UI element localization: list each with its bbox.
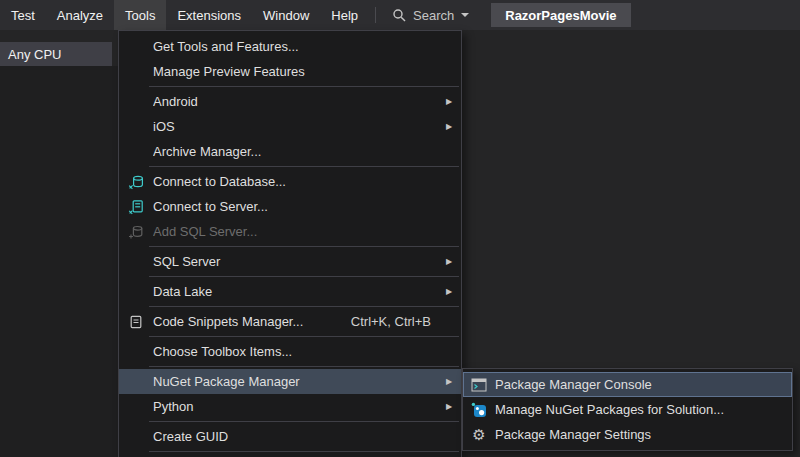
menu-tools[interactable]: Tools [114, 0, 166, 30]
add-sql-server-icon [119, 224, 153, 240]
menu-item-ios[interactable]: iOS ▶ [119, 114, 461, 139]
tools-menu: Get Tools and Features... Manage Preview… [118, 30, 462, 457]
submenu-arrow-icon: ▶ [441, 258, 457, 266]
nuget-icon [463, 402, 495, 418]
menu-item-sql-server[interactable]: SQL Server ▶ [119, 249, 461, 274]
vs-window: Test Analyze Tools Extensions Window Hel… [0, 0, 800, 457]
menu-bar: Test Analyze Tools Extensions Window Hel… [0, 0, 800, 30]
menu-separator [149, 276, 459, 277]
menu-test[interactable]: Test [0, 0, 46, 30]
menu-item-label: Choose Toolbox Items... [153, 344, 441, 359]
menu-extensions[interactable]: Extensions [166, 0, 252, 30]
search-label: Search [413, 8, 454, 23]
submenu-arrow-icon: ▶ [441, 403, 457, 411]
menu-item-label: iOS [153, 119, 441, 134]
menu-window[interactable]: Window [252, 0, 320, 30]
menu-item-label: Code Snippets Manager... [153, 314, 351, 329]
menu-item-label: Manage Preview Features [153, 64, 441, 79]
menu-item-android[interactable]: Android ▶ [119, 89, 461, 114]
menu-separator [149, 366, 459, 367]
chevron-down-icon [461, 13, 469, 17]
menubar-divider [375, 7, 376, 23]
menu-item-nuget-package-manager[interactable]: NuGet Package Manager ▶ [119, 369, 461, 394]
menu-analyze[interactable]: Analyze [46, 0, 114, 30]
menu-item-label: Data Lake [153, 284, 441, 299]
menu-item-connect-to-database[interactable]: Connect to Database... [119, 169, 461, 194]
menu-item-label: Package Manager Settings [495, 427, 772, 442]
menu-item-code-snippets-manager[interactable]: Code Snippets Manager... Ctrl+K, Ctrl+B [119, 309, 461, 334]
menu-item-label: Android [153, 94, 441, 109]
menu-item-choose-toolbox-items[interactable]: Choose Toolbox Items... [119, 339, 461, 364]
menu-item-label: Manage NuGet Packages for Solution... [495, 402, 772, 417]
search-icon [392, 8, 406, 22]
menu-separator [149, 86, 459, 87]
submenu-arrow-icon: ▶ [441, 378, 457, 386]
menu-item-label: SQL Server [153, 254, 441, 269]
menu-item-package-manager-settings[interactable]: ⚙ Package Manager Settings [463, 422, 792, 447]
menu-item-get-tools-and-features[interactable]: Get Tools and Features... [119, 34, 461, 59]
menu-item-archive-manager[interactable]: Archive Manager... [119, 139, 461, 164]
platform-combobox-value: Any CPU [8, 47, 61, 62]
menu-item-manage-preview-features[interactable]: Manage Preview Features [119, 59, 461, 84]
nuget-submenu: Package Manager Console Manage NuGet Pac… [462, 368, 793, 451]
menu-separator [149, 336, 459, 337]
left-panel-background [0, 66, 118, 457]
menu-item-label: Python [153, 399, 441, 414]
menu-help[interactable]: Help [320, 0, 369, 30]
menu-item-data-lake[interactable]: Data Lake ▶ [119, 279, 461, 304]
menu-item-python[interactable]: Python ▶ [119, 394, 461, 419]
menu-item-package-manager-console[interactable]: Package Manager Console [463, 372, 792, 397]
menu-item-connect-to-server[interactable]: Connect to Server... [119, 194, 461, 219]
menu-item-label: Package Manager Console [495, 377, 772, 392]
menu-separator [149, 306, 459, 307]
menu-separator [149, 451, 459, 452]
console-icon [463, 378, 495, 392]
submenu-arrow-icon: ▶ [441, 98, 457, 106]
platform-combobox[interactable]: Any CPU [0, 42, 112, 66]
submenu-arrow-icon: ▶ [441, 288, 457, 296]
menu-separator [149, 166, 459, 167]
menu-item-label: Connect to Database... [153, 174, 441, 189]
menu-item-label: NuGet Package Manager [153, 374, 441, 389]
connect-server-icon [119, 199, 153, 215]
search-box[interactable]: Search [382, 0, 479, 30]
menu-item-add-sql-server: Add SQL Server... [119, 219, 461, 244]
menu-item-label: Create GUID [153, 429, 441, 444]
menu-item-manage-nuget-packages-for-solution[interactable]: Manage NuGet Packages for Solution... [463, 397, 792, 422]
menu-separator [149, 246, 459, 247]
code-snippets-icon [119, 314, 153, 330]
menu-item-label: Add SQL Server... [153, 224, 441, 239]
menu-item-label: Get Tools and Features... [153, 39, 441, 54]
gear-icon: ⚙ [463, 427, 495, 442]
project-badge[interactable]: RazorPagesMovie [491, 3, 630, 27]
submenu-arrow-icon: ▶ [441, 123, 457, 131]
menu-item-create-guid[interactable]: Create GUID [119, 424, 461, 449]
menu-item-shortcut: Ctrl+K, Ctrl+B [351, 314, 431, 329]
connect-database-icon [119, 174, 153, 190]
menu-separator [149, 421, 459, 422]
menu-item-label: Archive Manager... [153, 144, 441, 159]
menu-item-label: Connect to Server... [153, 199, 441, 214]
